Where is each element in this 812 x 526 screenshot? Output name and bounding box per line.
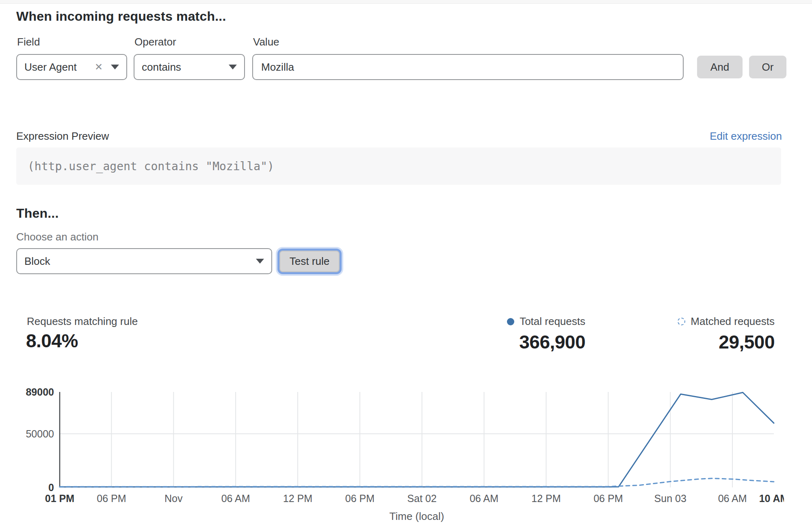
top-divider bbox=[0, 0, 812, 4]
matched-requests-legend: Matched requests 29,500 bbox=[678, 315, 775, 353]
or-button[interactable]: Or bbox=[749, 56, 786, 78]
total-requests-value: 366,900 bbox=[507, 331, 585, 353]
svg-text:01 PM: 01 PM bbox=[45, 493, 74, 504]
operator-select[interactable]: contains bbox=[134, 54, 245, 80]
expression-code: (http.user_agent contains "Mozilla") bbox=[16, 160, 274, 173]
svg-text:Sat 02: Sat 02 bbox=[407, 493, 437, 504]
clear-icon[interactable]: ✕ bbox=[95, 61, 103, 73]
svg-text:06 PM: 06 PM bbox=[593, 493, 623, 504]
requests-chart: 8900050000001 PM06 PMNov06 AM12 PM06 PMS… bbox=[16, 382, 784, 526]
chevron-down-icon[interactable] bbox=[229, 65, 237, 69]
value-input[interactable]: Mozilla bbox=[252, 54, 684, 80]
and-button[interactable]: And bbox=[697, 56, 743, 78]
matched-requests-dashed-circle-icon bbox=[678, 318, 685, 325]
svg-text:Nov: Nov bbox=[165, 493, 183, 504]
svg-text:06 PM: 06 PM bbox=[97, 493, 126, 504]
choose-action-label: Choose an action bbox=[16, 231, 98, 243]
operator-label: Operator bbox=[134, 36, 176, 48]
expression-code-block: (http.user_agent contains "Mozilla") bbox=[16, 147, 781, 185]
requests-matching-label: Requests matching rule bbox=[27, 315, 138, 328]
total-requests-legend: Total requests 366,900 bbox=[507, 315, 585, 353]
field-select-value: User Agent bbox=[24, 61, 95, 74]
firewall-rule-builder: When incoming requests match... Field Op… bbox=[0, 0, 812, 526]
svg-text:06 PM: 06 PM bbox=[345, 493, 375, 504]
value-label: Value bbox=[253, 36, 279, 48]
total-requests-dot-icon bbox=[507, 318, 514, 325]
match-heading: When incoming requests match... bbox=[16, 9, 226, 24]
operator-select-value: contains bbox=[142, 61, 229, 74]
then-heading: Then... bbox=[16, 206, 59, 221]
svg-text:Time (local): Time (local) bbox=[390, 510, 444, 522]
total-requests-label: Total requests bbox=[520, 315, 585, 328]
field-select[interactable]: User Agent ✕ bbox=[16, 54, 127, 80]
requests-matching-value: 8.04% bbox=[26, 330, 78, 352]
svg-text:12 PM: 12 PM bbox=[531, 493, 561, 504]
value-input-text: Mozilla bbox=[261, 61, 294, 74]
svg-text:Sun 03: Sun 03 bbox=[654, 493, 686, 504]
svg-text:10 AM: 10 AM bbox=[759, 493, 784, 504]
svg-text:89000: 89000 bbox=[26, 386, 54, 398]
svg-text:06 AM: 06 AM bbox=[470, 493, 498, 504]
svg-text:0: 0 bbox=[48, 482, 54, 493]
field-label: Field bbox=[17, 36, 40, 48]
edit-expression-link[interactable]: Edit expression bbox=[710, 130, 782, 143]
chevron-down-icon[interactable] bbox=[256, 259, 264, 264]
test-rule-button[interactable]: Test rule bbox=[279, 251, 340, 272]
svg-text:06 AM: 06 AM bbox=[221, 493, 250, 504]
matched-requests-value: 29,500 bbox=[678, 331, 775, 353]
matched-requests-label: Matched requests bbox=[691, 315, 775, 328]
svg-text:50000: 50000 bbox=[26, 428, 54, 439]
svg-text:12 PM: 12 PM bbox=[283, 493, 312, 504]
chevron-down-icon[interactable] bbox=[111, 65, 119, 69]
action-select[interactable]: Block bbox=[16, 248, 272, 274]
action-select-value: Block bbox=[24, 255, 256, 268]
expression-preview-label: Expression Preview bbox=[16, 130, 109, 143]
svg-text:06 AM: 06 AM bbox=[718, 493, 747, 504]
